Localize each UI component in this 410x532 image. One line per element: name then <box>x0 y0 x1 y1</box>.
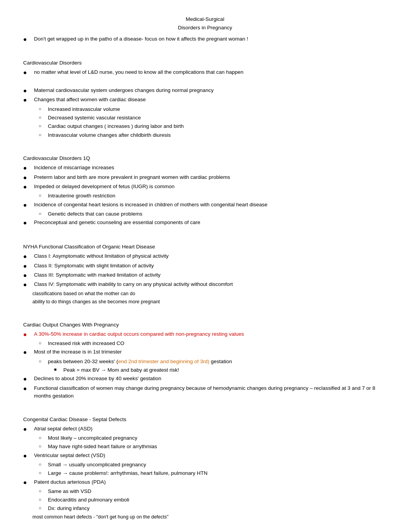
cv-sub-4: ○ Intravascular volume changes after chi… <box>23 131 387 139</box>
cv1q-item-4: ● Incidence of congenital heart lesions … <box>23 201 387 209</box>
page-subtitle: Disorders in Pregnancy <box>23 24 387 32</box>
co-item-most: ● Most of the increase is in 1st trimest… <box>23 348 387 357</box>
bullet-icon: ● <box>23 87 32 95</box>
pda-sub-text-2: Endocarditis and pulmonary emboli <box>48 496 387 504</box>
cv-item-1: ● no matter what level of L&D nurse, you… <box>23 68 387 77</box>
asd-title: ● Atrial septal defect (ASD) <box>23 425 387 433</box>
co-item-declines: ● Declines to about 20% increase by 40 w… <box>23 375 387 383</box>
pda-sub-text-3: Dx: during infancy <box>48 505 387 512</box>
cv1q-text-2: Preterm labor and birth are more prevale… <box>34 173 387 181</box>
pda-title-text: Patent ductus arteriosus (PDA) <box>34 478 387 486</box>
circle-icon: ○ <box>39 210 46 217</box>
asd-title-text: Atrial septal defect (ASD) <box>34 425 387 433</box>
bullet-icon: ● <box>23 452 32 460</box>
circle-icon: ○ <box>39 114 46 121</box>
nyha-note-1: classifications based on what the mother… <box>32 290 387 297</box>
pda-sub-1: ○ Same as with VSD <box>23 488 387 495</box>
co-red-text: A 30%-50% increase in cardiac output occ… <box>34 330 387 338</box>
cv1q-item-1: ● Incidence of miscarriage increases <box>23 164 387 172</box>
nyha-text-2: Class II: Symptomatic with slight limita… <box>34 262 387 270</box>
cv-sub-1: ○ Increased intravascular volume <box>23 105 387 113</box>
co-functional-text: Functional classification of women may c… <box>34 384 387 400</box>
cv1q-text-5: Preconceptual and genetic counseling are… <box>34 219 387 226</box>
pda-title: ● Patent ductus arteriosus (PDA) <box>23 478 387 487</box>
cv-sub-text-2: Decreased systemic vascular resistance <box>48 114 387 122</box>
asd-sub-text-1: Most likely – uncomplicated pregnancy <box>48 434 387 442</box>
circle-icon: ○ <box>39 192 46 199</box>
vsd-sub-1: ○ Small → usually uncomplicated pregnanc… <box>23 461 387 469</box>
vsd-title-text: Ventricular septal defect (VSD) <box>34 452 387 459</box>
cv-sub-3: ○ Cardiac output changes ( increases ) d… <box>23 122 387 130</box>
bullet-icon: ● <box>23 280 32 289</box>
bullet-icon: ● <box>23 375 32 383</box>
circle-icon: ○ <box>39 469 46 476</box>
cv1q-text-4: Incidence of congenital heart lesions is… <box>34 201 387 209</box>
cv1q-item-3: ● Impeded or delayed development of fetu… <box>23 183 387 191</box>
intro-text-1: Don't get wrapped up in the patho of a d… <box>34 35 387 43</box>
peaks-orange: end 2nd trimester and beginning of 3rd) <box>118 359 209 364</box>
cv1q-sub-iugr-text: Intrauterine growth restriction <box>48 192 387 200</box>
nyha-item-1: ● Class I: Asymptomatic without limitati… <box>23 252 387 261</box>
co-peaks-row: ○ peaks between 20-32 weeks' (end 2nd tr… <box>23 358 387 365</box>
square-icon: ■ <box>54 366 62 373</box>
circle-icon: ○ <box>39 340 46 347</box>
circle-icon: ○ <box>39 122 46 129</box>
pda-sub-3: ○ Dx: during infancy <box>23 505 387 512</box>
intro-bullet-1: ● Don't get wrapped up in the patho of a… <box>23 35 387 44</box>
bullet-icon: ● <box>23 262 32 270</box>
nyha-text-4: Class IV: Symptomatic with inability to … <box>34 280 387 288</box>
cardiovascular-heading: Cardiovascular Disorders <box>23 59 387 67</box>
pda-sub-2: ○ Endocarditis and pulmonary emboli <box>23 496 387 504</box>
asd-sub-text-2: May have right-sided heart failure or ar… <box>48 443 387 450</box>
cv-text-1: no matter what level of L&D nurse, you n… <box>34 68 387 76</box>
nyha-heading: NYHA Functional Classification of Organi… <box>23 243 387 251</box>
circle-icon: ○ <box>39 461 46 468</box>
co-most-text: Most of the increase is in 1st trimester <box>34 348 387 356</box>
co-red-item: ● A 30%-50% increase in cardiac output o… <box>23 330 387 339</box>
cv1q-item-2: ● Preterm labor and birth are more preva… <box>23 173 387 182</box>
vsd-sub-text-2: Large → cause problems!: arrhythmias, he… <box>48 469 387 477</box>
pda-sub-text-1: Same as with VSD <box>48 488 387 495</box>
circle-icon: ○ <box>39 496 46 503</box>
cardiac-output-heading: Cardiac Output Changes With Pregnancy <box>23 321 387 329</box>
bullet-icon: ● <box>23 330 32 339</box>
bullet-icon: ● <box>23 219 32 227</box>
bullet-icon: ● <box>23 201 32 209</box>
bullet-icon: ● <box>23 96 32 104</box>
cv1q-text-3: Impeded or delayed development of fetus … <box>34 183 387 190</box>
bullet-icon: ● <box>23 478 32 487</box>
page-title: Medical-Surgical <box>23 15 387 23</box>
bullet-icon: ● <box>23 68 32 77</box>
bullet-icon: ● <box>23 384 32 393</box>
co-peak-note: ■ Peak = max BV → Mom and baby at greate… <box>23 366 387 374</box>
cv1q-heading: Cardiovascular Disorders 1Q <box>23 155 387 162</box>
peaks-prefix: peaks between 20-32 weeks' ( <box>48 359 118 364</box>
co-sub-red-text: Increased risk with increased CO <box>48 340 387 347</box>
bullet-icon: ● <box>23 425 32 433</box>
bullet-icon: ● <box>23 271 32 280</box>
nyha-text-3: Class III: Symptomatic with marked limit… <box>34 271 387 279</box>
cv-item-2: ● Maternal cardiovascular system undergo… <box>23 87 387 95</box>
bullet-icon: ● <box>23 348 32 357</box>
cv1q-sub-genetic: ○ Genetic defects that can cause problem… <box>23 210 387 218</box>
bullet-icon: ● <box>23 173 32 182</box>
asd-sub-1: ○ Most likely – uncomplicated pregnancy <box>23 434 387 442</box>
circle-icon: ○ <box>39 434 46 441</box>
nyha-text-1: Class I: Asymptomatic without limitation… <box>34 252 387 260</box>
nyha-note-2: ability to do things changes as she beco… <box>32 298 387 306</box>
circle-icon: ○ <box>39 358 46 365</box>
bullet-icon: ● <box>23 35 32 44</box>
co-declines-text: Declines to about 20% increase by 40 wee… <box>34 375 387 382</box>
nyha-item-2: ● Class II: Symptomatic with slight limi… <box>23 262 387 270</box>
co-sub-red: ○ Increased risk with increased CO <box>23 340 387 347</box>
congenital-septal-heading: Congenital Cardiac Disease - Septal Defe… <box>23 416 387 423</box>
circle-icon: ○ <box>39 505 46 512</box>
cv-item-3: ● Changes that affect women with cardiac… <box>23 96 387 104</box>
bullet-icon: ● <box>23 183 32 191</box>
peaks-suffix: gestation <box>209 359 232 364</box>
cv1q-sub-iugr: ○ Intrauterine growth restriction <box>23 192 387 200</box>
asd-sub-2: ○ May have right-sided heart failure or … <box>23 443 387 450</box>
vsd-sub-2: ○ Large → cause problems!: arrhythmias, … <box>23 469 387 477</box>
cv-sub-text-3: Cardiac output changes ( increases ) dur… <box>48 122 387 130</box>
vsd-sub-text-1: Small → usually uncomplicated pregnancy <box>48 461 387 469</box>
